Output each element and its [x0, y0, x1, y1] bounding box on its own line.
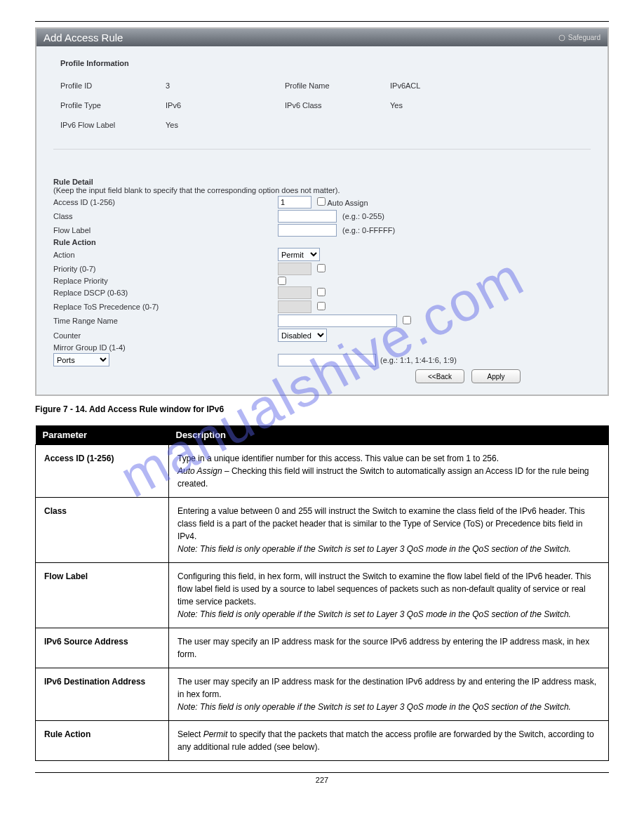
rule-detail-title: Rule Detail	[53, 178, 591, 186]
access-id-input[interactable]	[278, 196, 311, 208]
desc-cell: Select Permit to specify that the packet…	[169, 721, 609, 761]
desc-cell: The user may specify an IP address mask …	[169, 628, 609, 668]
ipv6-class-label: IPv6 Class	[285, 101, 390, 110]
desc-cell: Entering a value between 0 and 255 will …	[169, 498, 609, 563]
figure-caption: Figure 7 - 14. Add Access Rule window fo…	[35, 404, 609, 414]
auto-assign-label: Auto Assign	[327, 199, 368, 207]
param-cell: IPv6 Source Address	[36, 628, 169, 668]
param-cell: Class	[36, 498, 169, 563]
table-row: Flow LabelConfiguring this field, in hex…	[36, 563, 609, 628]
top-border	[35, 21, 609, 22]
parameter-description-table: Parameter Description Access ID (1-256)T…	[35, 425, 609, 761]
replace-dscp-input[interactable]	[278, 286, 311, 299]
class-label: Class	[53, 212, 278, 220]
ipv6-flow-label-value: Yes	[166, 121, 285, 129]
profile-id-value: 3	[166, 81, 285, 90]
panel-titlebar: Add Access Rule Safeguard	[36, 29, 608, 46]
table-row: IPv6 Destination AddressThe user may spe…	[36, 668, 609, 721]
desc-cell: The user may specify an IP address mask …	[169, 668, 609, 721]
replace-priority-checkbox[interactable]	[278, 277, 286, 285]
priority-label: Priority (0-7)	[53, 265, 278, 273]
flow-label-input[interactable]	[278, 224, 337, 237]
page-number: 227	[35, 776, 609, 784]
table-header-param: Parameter	[36, 425, 169, 445]
param-cell: Flow Label	[36, 563, 169, 628]
replace-dscp-label: Replace DSCP (0-63)	[53, 289, 278, 297]
rule-action-title: Rule Action	[53, 238, 278, 246]
param-cell: Rule Action	[36, 721, 169, 761]
rule-detail-hint: (Keep the input field blank to specify t…	[53, 186, 591, 194]
profile-type-value: IPv6	[166, 101, 285, 110]
class-input[interactable]	[278, 210, 337, 223]
param-cell: Access ID (1-256)	[36, 445, 169, 498]
profile-type-label: Profile Type	[60, 101, 166, 110]
rule-detail-section: Rule Detail (Keep the input field blank …	[53, 178, 591, 383]
table-row: IPv6 Source AddressThe user may specify …	[36, 628, 609, 668]
bottom-border	[35, 772, 609, 773]
back-button[interactable]: <<Back	[415, 369, 464, 383]
replace-dscp-checkbox[interactable]	[317, 288, 326, 296]
table-row: ClassEntering a value between 0 and 255 …	[36, 498, 609, 563]
flow-label-label: Flow Label	[53, 226, 278, 234]
time-range-checkbox[interactable]	[403, 316, 411, 324]
profile-id-label: Profile ID	[60, 81, 166, 90]
action-select[interactable]: Permit	[278, 248, 320, 261]
table-header-desc: Description	[169, 425, 609, 445]
replace-priority-label: Replace Priority	[53, 277, 278, 285]
safeguard-badge: Safeguard	[558, 34, 601, 41]
profile-name-label: Profile Name	[285, 81, 390, 90]
replace-tos-label: Replace ToS Precedence (0-7)	[53, 303, 278, 311]
profile-name-value: IPv6ACL	[390, 81, 495, 90]
desc-cell: Type in a unique identifier number for t…	[169, 445, 609, 498]
param-cell: IPv6 Destination Address	[36, 668, 169, 721]
ports-select[interactable]: Ports	[53, 353, 109, 366]
apply-button[interactable]: Apply	[471, 369, 521, 383]
profile-info-title: Profile Information	[60, 59, 584, 67]
table-row: Access ID (1-256)Type in a unique identi…	[36, 445, 609, 498]
add-access-rule-panel: Add Access Rule Safeguard Profile Inform…	[35, 27, 609, 396]
desc-cell: Configuring this field, in hex form, wil…	[169, 563, 609, 628]
replace-tos-checkbox[interactable]	[317, 302, 326, 310]
ipv6-class-value: Yes	[390, 101, 495, 110]
panel-title-text: Add Access Rule	[43, 32, 123, 44]
svg-point-0	[559, 35, 565, 41]
table-row: Rule ActionSelect Permit to specify that…	[36, 721, 609, 761]
auto-assign-checkbox[interactable]	[317, 197, 326, 206]
flow-label-hint: (e.g.: 0-FFFFF)	[342, 226, 395, 234]
replace-tos-input[interactable]	[278, 300, 311, 313]
profile-information-section: Profile Information Profile ID 3 Profile…	[53, 59, 591, 150]
time-range-label: Time Range Name	[53, 317, 278, 325]
action-label: Action	[53, 251, 278, 259]
priority-input[interactable]	[278, 263, 311, 275]
safeguard-icon	[558, 34, 565, 41]
priority-checkbox[interactable]	[317, 264, 326, 272]
counter-label: Counter	[53, 331, 278, 340]
class-hint: (e.g.: 0-255)	[342, 212, 384, 220]
ipv6-flow-label-label: IPv6 Flow Label	[60, 121, 166, 129]
time-range-input[interactable]	[278, 315, 397, 327]
counter-select[interactable]: Disabled	[278, 329, 327, 342]
ports-input[interactable]	[278, 354, 376, 366]
mirror-group-label: Mirror Group ID (1-4)	[53, 343, 278, 352]
ports-hint: (e.g.: 1:1, 1:4-1:6, 1:9)	[380, 356, 457, 364]
access-id-label: Access ID (1-256)	[53, 198, 278, 206]
